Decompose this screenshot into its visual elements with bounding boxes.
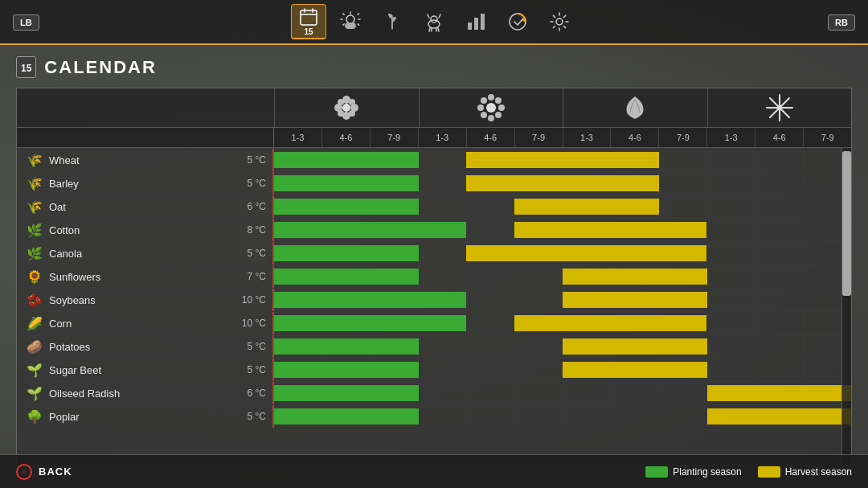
svg-point-25 — [495, 97, 502, 104]
crop-temp: 10 °C — [242, 318, 266, 329]
crop-row: 🌾 Barley 5 °C — [17, 171, 851, 195]
svg-rect-4 — [468, 23, 472, 30]
month-cell: 1-3 — [706, 128, 755, 147]
season-spring — [274, 88, 419, 127]
planting-bar — [274, 385, 419, 401]
legend-harvest-color — [758, 466, 780, 478]
crop-label: 🥔 Potatoes 5 °C — [17, 335, 274, 358]
nav-icon-contract[interactable] — [500, 4, 535, 39]
crop-bars — [274, 359, 851, 381]
svg-rect-0 — [301, 10, 317, 25]
svg-point-16 — [349, 99, 355, 105]
nav-right-btn: RB — [828, 14, 855, 29]
page-title: CALENDAR — [44, 57, 156, 78]
crop-row: 🌿 Canola 5 °C — [17, 241, 851, 265]
back-button[interactable]: ○ BACK — [16, 464, 72, 480]
crop-bars — [274, 335, 851, 358]
crop-name: Oat — [49, 201, 241, 213]
month-cells: 1-34-67-91-34-67-91-34-67-91-34-67-9 — [274, 128, 851, 147]
scrollbar-thumb[interactable] — [842, 151, 851, 296]
svg-point-9 — [556, 18, 563, 25]
legend-harvest: Harvest season — [758, 466, 852, 478]
rb-button[interactable]: RB — [828, 14, 855, 31]
crop-temp: 8 °C — [248, 224, 266, 236]
svg-point-1 — [346, 15, 354, 23]
bars-layer — [274, 172, 851, 195]
crop-bars — [274, 312, 851, 334]
crop-bars — [274, 149, 851, 171]
month-cell: 4-6 — [466, 128, 514, 147]
crop-name: Soybeans — [49, 294, 235, 306]
nav-icon-animals[interactable] — [416, 4, 452, 39]
crop-row: 🌿 Cotton 8 °C — [17, 218, 851, 241]
crop-row: 🌾 Wheat 5 °C — [17, 148, 851, 171]
bars-layer — [274, 289, 851, 311]
crop-bars — [274, 405, 851, 428]
legend-planting-color — [645, 466, 668, 478]
planting-bar — [274, 175, 419, 191]
crop-rows-container: 🌾 Wheat 5 °C 🌾 Barley 5 °C 🌾 Oat 6 °C 🌿 … — [17, 148, 851, 428]
crop-name: Corn — [49, 318, 235, 330]
svg-point-19 — [486, 103, 496, 113]
crop-temp: 5 °C — [248, 411, 266, 422]
svg-point-24 — [481, 97, 487, 104]
month-cell: 7-9 — [514, 128, 563, 147]
month-cell: 7-9 — [803, 128, 851, 147]
planting-bar — [274, 292, 466, 308]
crop-icon: 🫘 — [27, 293, 43, 308]
crop-temp: 5 °C — [248, 341, 266, 352]
calendar-wrapper: 1-34-67-91-34-67-91-34-67-91-34-67-9 🌾 W… — [16, 88, 852, 465]
bars-layer — [274, 195, 851, 218]
lb-button[interactable]: LB — [13, 14, 39, 31]
bars-layer — [274, 149, 851, 171]
top-nav: LB 15 — [0, 0, 868, 45]
crop-temp: 5 °C — [248, 364, 266, 375]
bars-layer — [274, 382, 851, 404]
harvest-bar — [707, 385, 852, 401]
harvest-bar — [466, 245, 706, 261]
crop-bars — [274, 265, 851, 288]
crop-label: 🌿 Cotton 8 °C — [17, 219, 274, 241]
season-header — [17, 88, 851, 127]
crop-label: 🌾 Oat 6 °C — [17, 195, 274, 218]
nav-icon-settings[interactable] — [542, 4, 577, 39]
crop-label: 🌱 Sugar Beet 5 °C — [17, 359, 274, 381]
crop-icon: 🌿 — [27, 246, 43, 261]
crop-icon: 🌱 — [27, 386, 43, 401]
svg-point-23 — [498, 105, 505, 111]
nav-icon-weather[interactable] — [333, 4, 368, 39]
svg-point-15 — [338, 99, 344, 105]
label-col-header — [17, 88, 274, 127]
crop-bars — [274, 195, 851, 218]
nav-icon-calendar[interactable]: 15 — [291, 4, 326, 39]
calendar-day: 15 — [304, 27, 313, 36]
bars-layer — [274, 335, 851, 358]
crop-row: 🥔 Potatoes 5 °C — [17, 334, 851, 358]
crop-bars — [274, 289, 851, 311]
planting-bar — [274, 338, 419, 355]
month-cell: 7-9 — [370, 128, 418, 147]
crop-row: 🌱 Oilseed Radish 6 °C — [17, 381, 851, 404]
season-summer — [419, 88, 563, 127]
crop-bars — [274, 242, 851, 265]
crop-row: 🌽 Corn 10 °C — [17, 311, 851, 334]
svg-point-18 — [349, 110, 355, 117]
harvest-bar — [563, 269, 707, 285]
crop-icon: 🌽 — [27, 316, 43, 331]
scrollbar[interactable] — [841, 148, 851, 465]
crop-row: 🌱 Sugar Beet 5 °C — [17, 358, 851, 381]
crop-name: Oilseed Radish — [49, 388, 241, 400]
nav-icon-stats[interactable] — [458, 4, 493, 39]
month-cell: 7-9 — [658, 128, 706, 147]
crop-label: 🌳 Poplar 5 °C — [17, 405, 274, 428]
crop-row: 🌳 Poplar 5 °C — [17, 404, 851, 428]
month-cell: 1-3 — [563, 128, 611, 147]
crop-icon: 🌾 — [27, 153, 43, 168]
crop-icon: 🌳 — [27, 409, 43, 424]
crop-temp: 5 °C — [248, 178, 266, 189]
harvest-bar — [707, 408, 852, 424]
svg-point-21 — [488, 115, 494, 121]
bars-layer — [274, 242, 851, 265]
month-cell: 4-6 — [755, 128, 803, 147]
nav-icon-crops[interactable] — [375, 4, 410, 39]
